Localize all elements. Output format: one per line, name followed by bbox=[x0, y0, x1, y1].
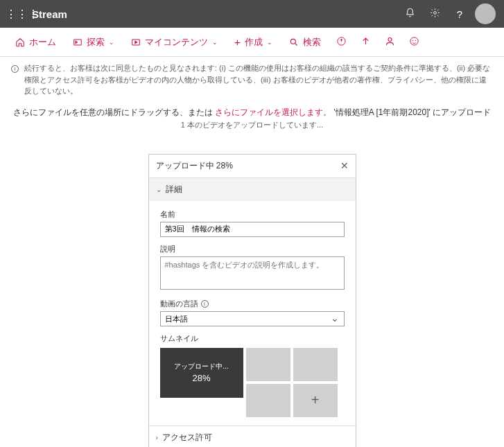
chevron-right-icon: › bbox=[156, 434, 158, 441]
svg-point-7 bbox=[412, 40, 413, 40]
home-icon bbox=[15, 37, 25, 47]
banner-pre: さらにファイルを任意の場所にドラッグする、または bbox=[13, 107, 215, 117]
consent-text: 続行すると、お客様は次に同意したものと見なされます: (i) この機能の使用はお… bbox=[24, 62, 493, 97]
name-label: 名前 bbox=[160, 209, 345, 220]
thumb-option[interactable] bbox=[246, 348, 290, 381]
chevron-down-icon: ⌄ bbox=[156, 186, 162, 193]
svg-point-0 bbox=[433, 12, 436, 15]
plus-icon: + bbox=[234, 36, 241, 48]
nav-create-label: 作成 bbox=[245, 36, 263, 49]
thumb-label: サムネイル bbox=[160, 333, 345, 344]
nav-mycontent[interactable]: マイコンテンツ ⌄ bbox=[123, 28, 226, 56]
panel-title: アップロード中 28% bbox=[156, 160, 233, 172]
invite-icon[interactable] bbox=[329, 36, 354, 49]
nav-search-label: 検索 bbox=[303, 36, 321, 49]
lang-label: 動画の言語 i bbox=[160, 299, 345, 309]
lang-select[interactable]: 日本語 bbox=[160, 311, 345, 326]
desc-label: 説明 bbox=[160, 244, 345, 254]
nav-explore[interactable]: 探索 ⌄ bbox=[64, 28, 123, 56]
explore-icon bbox=[73, 37, 82, 47]
upload-arrow-icon[interactable] bbox=[354, 36, 378, 49]
svg-point-8 bbox=[415, 40, 416, 40]
person-icon[interactable] bbox=[378, 36, 402, 49]
thumbnail-picker: アップロード中... 28% + bbox=[160, 348, 345, 417]
banner-post: '情報処理A [1年前期2020]' にアップロード bbox=[331, 107, 491, 117]
info-icon[interactable]: i bbox=[201, 300, 209, 308]
top-bar: ⋮⋮⋮ Stream ? bbox=[0, 0, 504, 28]
chevron-down-icon: ⌄ bbox=[267, 39, 272, 46]
upload-panel: アップロード中 28% ✕ ⌄ 詳細 名前 説明 動画の言語 i 日本語 サムネ… bbox=[148, 154, 356, 448]
nav-bar: ホーム 探索 ⌄ マイコンテンツ ⌄ + 作成 ⌄ 検索 bbox=[0, 28, 504, 57]
nav-search[interactable]: 検索 bbox=[281, 28, 329, 56]
thumb-uploading: アップロード中... 28% bbox=[160, 348, 243, 398]
name-input[interactable] bbox=[160, 222, 345, 237]
app-launcher-icon[interactable]: ⋮⋮⋮ bbox=[6, 8, 28, 21]
brand-label: Stream bbox=[32, 8, 67, 20]
svg-point-6 bbox=[410, 37, 418, 44]
upload-status-line: 1 本のビデオをアップロードしています... bbox=[0, 120, 504, 140]
close-icon[interactable]: ✕ bbox=[340, 160, 349, 171]
notification-icon[interactable] bbox=[397, 8, 422, 20]
user-avatar[interactable] bbox=[475, 3, 496, 24]
help-icon[interactable]: ? bbox=[447, 8, 472, 20]
thumb-uploading-pct: 28% bbox=[192, 373, 210, 383]
drag-banner: さらにファイルを任意の場所にドラッグする、または さらにファイルを選択します。 … bbox=[0, 103, 504, 120]
svg-point-5 bbox=[388, 37, 392, 41]
feedback-icon[interactable] bbox=[402, 36, 426, 49]
thumb-uploading-label: アップロード中... bbox=[174, 362, 228, 371]
panel-header: アップロード中 28% ✕ bbox=[149, 155, 356, 177]
mycontent-icon bbox=[131, 37, 141, 47]
file-select-link[interactable]: さらにファイルを選択します。 bbox=[215, 107, 331, 117]
nav-home-label: ホーム bbox=[29, 36, 56, 49]
section-access-label: アクセス許可 bbox=[162, 432, 212, 444]
settings-icon[interactable] bbox=[422, 8, 447, 20]
svg-point-3 bbox=[290, 39, 295, 44]
section-details[interactable]: ⌄ 詳細 bbox=[149, 177, 356, 201]
thumb-option[interactable] bbox=[293, 348, 338, 381]
nav-home[interactable]: ホーム bbox=[7, 28, 64, 56]
thumb-add[interactable]: + bbox=[293, 384, 338, 417]
desc-input[interactable] bbox=[160, 256, 345, 290]
section-details-label: 詳細 bbox=[166, 184, 182, 195]
info-icon: i bbox=[11, 62, 19, 97]
thumb-option[interactable] bbox=[246, 384, 290, 417]
search-icon bbox=[289, 37, 299, 47]
consent-notice: i 続行すると、お客様は次に同意したものと見なされます: (i) この機能の使用… bbox=[0, 57, 504, 103]
chevron-down-icon: ⌄ bbox=[212, 39, 218, 46]
nav-create[interactable]: + 作成 ⌄ bbox=[226, 28, 281, 56]
nav-explore-label: 探索 bbox=[87, 36, 105, 49]
nav-mycontent-label: マイコンテンツ bbox=[145, 36, 208, 49]
section-access[interactable]: › アクセス許可 bbox=[149, 426, 356, 448]
details-body: 名前 説明 動画の言語 i 日本語 サムネイル アップロード中... 28% bbox=[149, 201, 356, 426]
chevron-down-icon: ⌄ bbox=[109, 39, 114, 46]
